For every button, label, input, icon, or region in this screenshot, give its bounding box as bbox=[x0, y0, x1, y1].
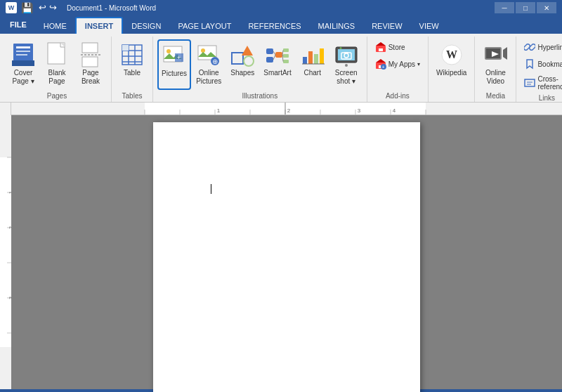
page-break-label: PageBreak bbox=[81, 69, 100, 86]
ribbon-group-addins: Store + My Apps ▾ Add-ins bbox=[367, 37, 429, 102]
online-pictures-icon: ⊕ bbox=[196, 42, 221, 67]
links-buttons: Hyperlink Bookmark Cross-reference bbox=[521, 38, 562, 93]
svg-rect-29 bbox=[266, 57, 273, 63]
wikipedia-buttons: W Wikipedia bbox=[433, 38, 470, 91]
media-group-label: Media bbox=[479, 91, 511, 102]
cross-reference-button[interactable]: Cross-reference bbox=[521, 73, 562, 93]
online-video-button[interactable]: OnlineVideo bbox=[479, 39, 511, 90]
pages-group-label: Pages bbox=[7, 91, 107, 102]
svg-marker-52 bbox=[376, 42, 386, 46]
svg-rect-2 bbox=[16, 51, 30, 52]
svg-text:+: + bbox=[177, 54, 181, 61]
addins-group-label: Add-ins bbox=[372, 91, 424, 102]
store-icon bbox=[375, 41, 386, 53]
svg-rect-25 bbox=[232, 53, 243, 64]
cross-reference-icon bbox=[524, 77, 535, 89]
close-button[interactable]: ✕ bbox=[537, 2, 556, 13]
cover-page-icon bbox=[11, 42, 36, 67]
store-label: Store bbox=[388, 44, 405, 51]
cover-page-label: CoverPage ▾ bbox=[12, 69, 34, 86]
pictures-button[interactable]: + Pictures bbox=[157, 39, 191, 90]
word-icon: W bbox=[6, 2, 17, 13]
svg-rect-7 bbox=[82, 43, 98, 53]
title-bar-left: W 💾 ↩ ↪ Document1 - Microsoft Word bbox=[6, 2, 156, 13]
svg-text:2: 2 bbox=[287, 107, 291, 114]
my-apps-arrow: ▾ bbox=[417, 61, 420, 67]
wikipedia-icon: W bbox=[439, 42, 464, 67]
svg-text:W: W bbox=[446, 48, 457, 60]
pictures-icon: + bbox=[162, 43, 187, 68]
smartart-label: SmartArt bbox=[263, 69, 291, 77]
wikipedia-button[interactable]: W Wikipedia bbox=[433, 39, 470, 90]
svg-text:3: 3 bbox=[358, 107, 361, 114]
media-buttons: OnlineVideo bbox=[479, 38, 511, 91]
table-label: Table bbox=[124, 69, 140, 77]
tab-file[interactable]: FILE bbox=[1, 15, 35, 34]
maximize-button[interactable]: □ bbox=[516, 2, 535, 13]
screenshot-icon bbox=[334, 42, 359, 67]
svg-point-18 bbox=[166, 49, 171, 53]
online-video-label: OnlineVideo bbox=[485, 69, 506, 86]
tab-design[interactable]: DESIGN bbox=[123, 18, 169, 34]
svg-rect-31 bbox=[283, 48, 289, 52]
table-icon bbox=[119, 42, 145, 67]
svg-text:+: + bbox=[381, 65, 384, 70]
svg-rect-66 bbox=[525, 79, 535, 86]
page-container bbox=[11, 115, 562, 389]
horizontal-ruler: 1 2 3 4 bbox=[11, 103, 562, 115]
text-cursor bbox=[211, 184, 211, 194]
tab-review[interactable]: REVIEW bbox=[363, 18, 410, 34]
svg-marker-64 bbox=[503, 47, 507, 60]
tab-home[interactable]: HOME bbox=[35, 18, 75, 34]
chart-icon bbox=[300, 42, 325, 67]
bookmark-icon bbox=[524, 58, 535, 70]
my-apps-button[interactable]: + My Apps ▾ bbox=[372, 56, 424, 72]
svg-text:1: 1 bbox=[217, 107, 221, 114]
screenshot-label: Screenshot ▾ bbox=[335, 69, 358, 86]
page-break-button[interactable]: PageBreak bbox=[74, 39, 107, 90]
tab-mailings[interactable]: MAILINGS bbox=[310, 18, 364, 34]
cover-page-button[interactable]: CoverPage ▾ bbox=[7, 39, 39, 90]
svg-rect-41 bbox=[314, 54, 318, 64]
save-icon[interactable]: 💾 bbox=[21, 2, 33, 13]
table-button[interactable]: Table bbox=[116, 39, 148, 90]
smartart-button[interactable]: SmartArt bbox=[260, 39, 294, 90]
my-apps-icon: + bbox=[375, 58, 386, 70]
tab-insert[interactable]: INSERT bbox=[75, 17, 123, 34]
shapes-button[interactable]: Shapes bbox=[226, 39, 259, 90]
minimize-button[interactable]: ─ bbox=[495, 2, 514, 13]
pages-buttons: CoverPage ▾ BlankPage bbox=[7, 38, 107, 91]
hyperlink-icon bbox=[524, 41, 535, 53]
hyperlink-button[interactable]: Hyperlink bbox=[521, 39, 562, 55]
tab-view[interactable]: VIEW bbox=[411, 18, 447, 34]
svg-marker-55 bbox=[376, 59, 386, 63]
tab-references[interactable]: REFERENCES bbox=[240, 18, 309, 34]
ribbon-group-wikipedia: W Wikipedia . bbox=[429, 37, 475, 102]
cross-reference-label: Cross-reference bbox=[537, 75, 562, 91]
tab-page-layout[interactable]: PAGE LAYOUT bbox=[169, 18, 240, 34]
store-button[interactable]: Store bbox=[372, 39, 409, 55]
svg-rect-40 bbox=[308, 51, 313, 64]
undo-icon[interactable]: ↩ bbox=[39, 2, 46, 13]
svg-rect-50 bbox=[344, 52, 348, 53]
screenshot-button[interactable]: Screenshot ▾ bbox=[330, 39, 362, 90]
svg-text:3: 3 bbox=[8, 296, 11, 299]
svg-rect-4 bbox=[12, 60, 34, 66]
redo-icon[interactable]: ↪ bbox=[49, 2, 57, 13]
illustrations-group-label: Illustrations bbox=[157, 91, 362, 102]
ribbon-body: CoverPage ▾ BlankPage bbox=[0, 34, 562, 103]
svg-rect-28 bbox=[266, 48, 273, 54]
svg-point-46 bbox=[345, 64, 348, 67]
svg-rect-1 bbox=[16, 46, 30, 48]
bookmark-button[interactable]: Bookmark bbox=[521, 56, 562, 72]
online-pictures-button[interactable]: ⊕ OnlinePictures bbox=[192, 39, 225, 90]
svg-text:⊕: ⊕ bbox=[212, 58, 218, 65]
svg-rect-42 bbox=[320, 48, 324, 64]
chart-button[interactable]: Chart bbox=[296, 39, 329, 90]
hyperlink-label: Hyperlink bbox=[537, 44, 562, 51]
blank-page-button[interactable]: BlankPage bbox=[41, 39, 73, 90]
document-page[interactable] bbox=[153, 122, 420, 392]
svg-line-36 bbox=[282, 51, 283, 55]
ribbon-group-illustrations: + Pictures ⊕ OnlinePictures bbox=[153, 37, 367, 102]
title-bar: W 💾 ↩ ↪ Document1 - Microsoft Word ─ □ ✕ bbox=[0, 0, 562, 15]
